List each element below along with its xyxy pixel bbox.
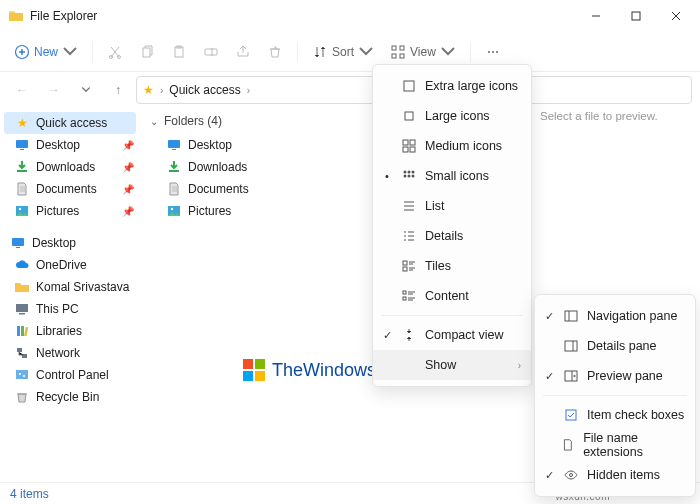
- view-label: View: [410, 45, 436, 59]
- menu-item-hidden[interactable]: ✓Hidden items: [535, 460, 695, 490]
- menu-item-detailspane[interactable]: Details pane: [535, 331, 695, 361]
- new-label: New: [34, 45, 58, 59]
- pane-icon: [563, 338, 579, 354]
- chevron-down-icon: ⌄: [150, 116, 158, 127]
- menu-item-previewpane[interactable]: ✓Preview pane: [535, 361, 695, 391]
- menu-item-show[interactable]: Show›: [373, 350, 531, 380]
- checkbox-icon: [563, 407, 579, 423]
- sidebar-item-downloads[interactable]: Downloads📌: [0, 156, 140, 178]
- controlpanel-icon: [14, 367, 30, 383]
- menu-item-details[interactable]: Details: [373, 221, 531, 251]
- cloud-icon: [14, 257, 30, 273]
- copy-button[interactable]: [133, 40, 161, 64]
- svg-point-36: [171, 208, 173, 210]
- up-button[interactable]: ↑: [104, 76, 132, 104]
- minimize-button[interactable]: [576, 2, 616, 30]
- sidebar-item-controlpanel[interactable]: Control Panel: [0, 364, 140, 386]
- svg-rect-44: [410, 140, 415, 145]
- svg-point-47: [404, 171, 407, 174]
- sidebar-item-user[interactable]: Komal Srivastava: [0, 276, 140, 298]
- sidebar-item-thispc[interactable]: This PC: [0, 298, 140, 320]
- maximize-button[interactable]: [616, 2, 656, 30]
- svg-rect-42: [405, 112, 413, 120]
- svg-rect-15: [16, 140, 28, 148]
- sidebar-desktop-header[interactable]: Desktop: [0, 232, 140, 254]
- menu-item-md-icons[interactable]: Medium icons: [373, 131, 531, 161]
- pictures-icon: [166, 203, 182, 219]
- recent-button[interactable]: [72, 76, 100, 104]
- svg-rect-32: [168, 140, 180, 148]
- chevron-down-icon: [440, 44, 456, 60]
- rename-button[interactable]: [197, 40, 225, 64]
- forward-button[interactable]: →: [40, 76, 68, 104]
- check-icon: ✓: [543, 370, 555, 383]
- chevron-right-icon: ›: [518, 360, 521, 371]
- view-button[interactable]: View: [384, 40, 462, 64]
- menu-item-lg-icons[interactable]: Large icons: [373, 101, 531, 131]
- menu-item-tiles[interactable]: Tiles: [373, 251, 531, 281]
- sort-button[interactable]: Sort: [306, 40, 380, 64]
- svg-point-60: [574, 375, 576, 377]
- svg-point-31: [23, 375, 25, 377]
- check-icon: ✓: [381, 329, 393, 342]
- svg-rect-10: [392, 54, 396, 58]
- share-button[interactable]: [229, 40, 257, 64]
- svg-rect-29: [16, 370, 28, 379]
- svg-rect-21: [16, 247, 20, 248]
- check-icon: ✓: [543, 310, 555, 323]
- menu-item-sm-icons[interactable]: •Small icons: [373, 161, 531, 191]
- svg-point-48: [408, 171, 411, 174]
- libraries-icon: [14, 323, 30, 339]
- new-button[interactable]: New: [8, 40, 84, 64]
- svg-point-49: [412, 171, 415, 174]
- downloads-icon: [14, 159, 30, 175]
- menu-item-content[interactable]: Content: [373, 281, 531, 311]
- svg-rect-58: [565, 341, 577, 351]
- svg-rect-56: [403, 297, 406, 300]
- menu-item-xl-icons[interactable]: Extra large icons: [373, 71, 531, 101]
- delete-button[interactable]: [261, 40, 289, 64]
- svg-rect-33: [172, 149, 176, 150]
- paste-button[interactable]: [165, 40, 193, 64]
- sidebar-item-network[interactable]: Network: [0, 342, 140, 364]
- folder-icon: [8, 8, 24, 24]
- menu-item-extensions[interactable]: File name extensions: [535, 430, 695, 460]
- svg-rect-38: [255, 359, 265, 369]
- close-button[interactable]: [656, 2, 696, 30]
- sidebar-quick-access[interactable]: ★ Quick access: [4, 112, 136, 134]
- sidebar-item-desktop[interactable]: Desktop📌: [0, 134, 140, 156]
- grid-icon: [401, 108, 417, 124]
- sidebar-item-documents[interactable]: Documents📌: [0, 178, 140, 200]
- sidebar-item-recyclebin[interactable]: Recycle Bin: [0, 386, 140, 408]
- svg-rect-23: [19, 313, 25, 315]
- check-icon: ✓: [543, 469, 555, 482]
- menu-item-list[interactable]: List: [373, 191, 531, 221]
- tiles-icon: [401, 258, 417, 274]
- thispc-icon: [14, 301, 30, 317]
- chevron-down-icon: [358, 44, 374, 60]
- address-location: Quick access: [169, 83, 240, 97]
- menu-item-navpane[interactable]: ✓Navigation pane: [535, 301, 695, 331]
- grid-icon: [401, 78, 417, 94]
- pin-icon: 📌: [122, 206, 134, 217]
- sidebar-item-libraries[interactable]: Libraries: [0, 320, 140, 342]
- folder-icon: [14, 279, 30, 295]
- cut-button[interactable]: [101, 40, 129, 64]
- sidebar-item-onedrive[interactable]: OneDrive: [0, 254, 140, 276]
- more-button[interactable]: [479, 40, 507, 64]
- pin-icon: 📌: [122, 162, 134, 173]
- svg-rect-41: [404, 81, 414, 91]
- svg-rect-37: [243, 359, 253, 369]
- sidebar-item-pictures[interactable]: Pictures📌: [0, 200, 140, 222]
- svg-rect-11: [400, 54, 404, 58]
- menu-item-checkboxes[interactable]: Item check boxes: [535, 400, 695, 430]
- svg-rect-9: [400, 46, 404, 50]
- svg-point-51: [408, 175, 411, 178]
- search-input[interactable]: ick access: [512, 76, 692, 104]
- menu-item-compact[interactable]: ✓Compact view: [373, 320, 531, 350]
- compact-icon: [401, 327, 417, 343]
- title-bar: File Explorer: [0, 0, 700, 32]
- network-icon: [14, 345, 30, 361]
- back-button[interactable]: ←: [8, 76, 36, 104]
- svg-rect-46: [410, 147, 415, 152]
